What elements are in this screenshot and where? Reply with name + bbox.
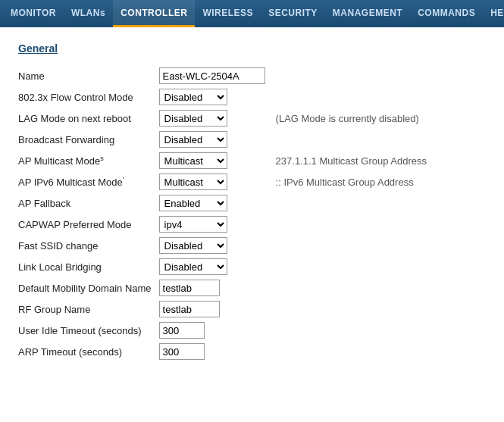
- lag-mode-select[interactable]: Disabled Enabled: [159, 110, 227, 127]
- arp-timeout-control: [159, 341, 271, 362]
- row-flow-control: 802.3x Flow Control Mode Disabled Enable…: [18, 86, 431, 108]
- nav-item-commands[interactable]: COMMANDS: [410, 0, 483, 27]
- mobility-domain-control: [159, 277, 271, 299]
- rf-group-input[interactable]: [159, 301, 220, 317]
- ap-multicast-select[interactable]: Multicast Unicast Disabled: [159, 152, 227, 169]
- row-ap-multicast: AP Multicast Modes Multicast Unicast Dis…: [18, 150, 431, 171]
- mobility-domain-label: Default Mobility Domain Name: [18, 277, 159, 299]
- section-title: General: [18, 42, 486, 55]
- capwap-select[interactable]: ipv4 ipv6: [159, 216, 227, 233]
- user-idle-note: [271, 320, 431, 341]
- rf-group-note: [271, 299, 431, 320]
- ap-multicast-note: 237.1.1.1 Multicast Group Address: [271, 150, 431, 171]
- link-local-label: Link Local Bridging: [18, 256, 159, 277]
- ap-fallback-note: [271, 192, 431, 214]
- ap-ipv6-multicast-select[interactable]: Multicast Unicast Disabled: [159, 173, 227, 190]
- user-idle-label: User Idle Timeout (seconds): [18, 320, 159, 341]
- nav-item-help[interactable]: HELP: [483, 0, 504, 27]
- name-note: [271, 65, 431, 86]
- rf-group-control: [159, 299, 271, 320]
- main-content: General Name 802.3x Flow Control Mode Di…: [0, 27, 504, 422]
- mobility-domain-note: [271, 277, 431, 299]
- row-arp-timeout: ARP Timeout (seconds): [18, 341, 431, 362]
- flow-control-select[interactable]: Disabled Enabled: [159, 89, 227, 105]
- fast-ssid-select[interactable]: Disabled Enabled: [159, 237, 227, 254]
- flow-control-control: Disabled Enabled: [159, 86, 271, 108]
- row-name: Name: [18, 65, 431, 86]
- broadcast-note: [271, 129, 431, 150]
- row-ap-fallback: AP Fallback Enabled Disabled: [18, 192, 431, 214]
- row-rf-group: RF Group Name: [18, 299, 431, 320]
- nav-item-management[interactable]: MANAGEMENT: [325, 0, 410, 27]
- lag-mode-note: (LAG Mode is currently disabled): [271, 108, 431, 129]
- general-form-table: Name 802.3x Flow Control Mode Disabled E…: [18, 65, 431, 362]
- user-idle-control: [159, 320, 271, 341]
- nav-item-security[interactable]: SECURITY: [261, 0, 325, 27]
- user-idle-input[interactable]: [159, 322, 205, 339]
- ap-ipv6-multicast-note: :: IPv6 Multicast Group Address: [271, 171, 431, 192]
- broadcast-control: Disabled Enabled: [159, 129, 271, 150]
- link-local-note: [271, 256, 431, 277]
- capwap-label: CAPWAP Preferred Mode: [18, 214, 159, 235]
- capwap-note: [271, 214, 431, 235]
- ap-fallback-select[interactable]: Enabled Disabled: [159, 195, 227, 211]
- ap-ipv6-multicast-label: AP IPv6 Multicast Mode': [18, 171, 159, 192]
- fast-ssid-label: Fast SSID change: [18, 235, 159, 256]
- navbar: MONITOR WLANs CONTROLLER WIRELESS SECURI…: [0, 0, 504, 27]
- row-broadcast: Broadcast Forwarding Disabled Enabled: [18, 129, 431, 150]
- nav-item-wlans[interactable]: WLANs: [64, 0, 113, 27]
- broadcast-label: Broadcast Forwarding: [18, 129, 159, 150]
- lag-mode-label: LAG Mode on next reboot: [18, 108, 159, 129]
- name-input[interactable]: [159, 67, 265, 84]
- rf-group-label: RF Group Name: [18, 299, 159, 320]
- arp-timeout-input[interactable]: [159, 343, 205, 360]
- row-mobility-domain: Default Mobility Domain Name: [18, 277, 431, 299]
- arp-timeout-label: ARP Timeout (seconds): [18, 341, 159, 362]
- ap-multicast-control: Multicast Unicast Disabled: [159, 150, 271, 171]
- name-label: Name: [18, 65, 159, 86]
- row-link-local: Link Local Bridging Disabled Enabled: [18, 256, 431, 277]
- row-ap-ipv6-multicast: AP IPv6 Multicast Mode' Multicast Unicas…: [18, 171, 431, 192]
- row-capwap: CAPWAP Preferred Mode ipv4 ipv6: [18, 214, 431, 235]
- ap-ipv6-multicast-control: Multicast Unicast Disabled: [159, 171, 271, 192]
- row-fast-ssid: Fast SSID change Disabled Enabled: [18, 235, 431, 256]
- ap-fallback-control: Enabled Disabled: [159, 192, 271, 214]
- fast-ssid-note: [271, 235, 431, 256]
- row-user-idle: User Idle Timeout (seconds): [18, 320, 431, 341]
- link-local-select[interactable]: Disabled Enabled: [159, 258, 227, 275]
- lag-mode-control: Disabled Enabled: [159, 108, 271, 129]
- broadcast-select[interactable]: Disabled Enabled: [159, 131, 227, 148]
- fast-ssid-control: Disabled Enabled: [159, 235, 271, 256]
- flow-control-label: 802.3x Flow Control Mode: [18, 86, 159, 108]
- name-control: [159, 65, 271, 86]
- row-lag-mode: LAG Mode on next reboot Disabled Enabled…: [18, 108, 431, 129]
- nav-item-monitor[interactable]: MONITOR: [3, 0, 64, 27]
- nav-item-controller[interactable]: CONTROLLER: [113, 0, 195, 27]
- arp-timeout-note: [271, 341, 431, 362]
- capwap-control: ipv4 ipv6: [159, 214, 271, 235]
- mobility-domain-input[interactable]: [159, 280, 220, 296]
- flow-control-note: [271, 86, 431, 108]
- nav-item-wireless[interactable]: WIRELESS: [195, 0, 261, 27]
- ap-multicast-label: AP Multicast Modes: [18, 150, 159, 171]
- ap-fallback-label: AP Fallback: [18, 192, 159, 214]
- link-local-control: Disabled Enabled: [159, 256, 271, 277]
